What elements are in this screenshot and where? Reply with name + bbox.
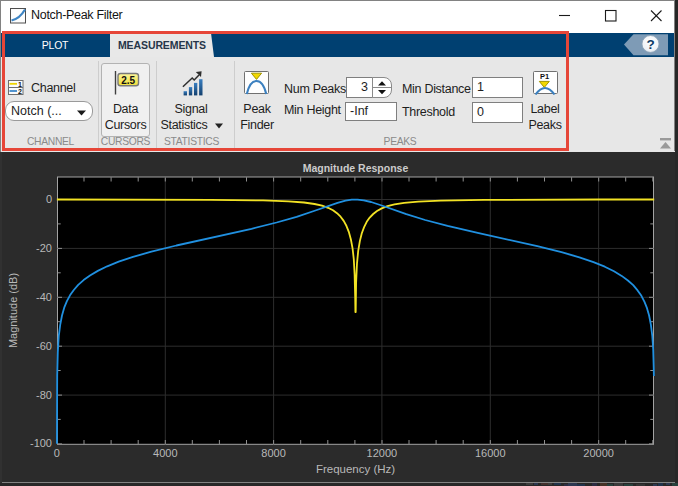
svg-text:-40: -40	[36, 291, 52, 303]
svg-text:20000: 20000	[583, 447, 614, 459]
svg-text:Frequency (Hz): Frequency (Hz)	[316, 463, 395, 475]
svg-text:0: 0	[54, 447, 60, 459]
svg-text:-100: -100	[30, 437, 52, 449]
svg-text:Magnitude Response: Magnitude Response	[303, 162, 409, 174]
svg-text:-60: -60	[36, 340, 52, 352]
svg-text:?: ?	[646, 37, 654, 52]
svg-text:Magnitude (dB): Magnitude (dB)	[7, 273, 19, 348]
svg-text:-80: -80	[36, 389, 52, 401]
svg-text:-20: -20	[36, 242, 52, 254]
svg-text:16000: 16000	[475, 447, 506, 459]
svg-text:4000: 4000	[153, 447, 177, 459]
svg-text:12000: 12000	[367, 447, 398, 459]
svg-text:8000: 8000	[261, 447, 285, 459]
svg-text:0: 0	[46, 193, 52, 205]
